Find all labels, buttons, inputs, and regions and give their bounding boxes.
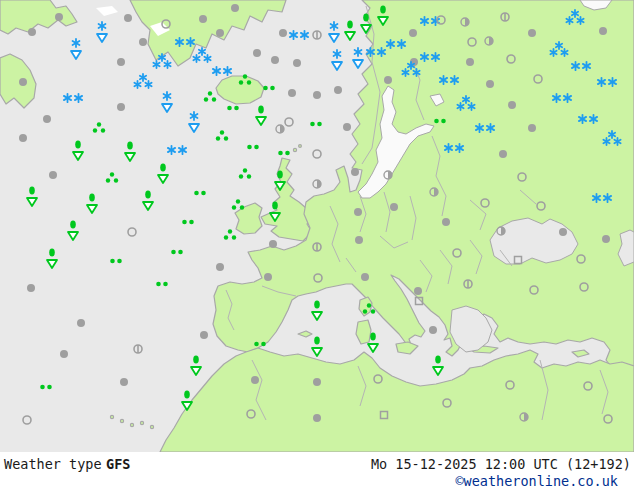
overcast-icon	[251, 376, 259, 384]
overcast-icon	[199, 15, 207, 23]
map-area	[0, 0, 634, 452]
overcast-icon	[117, 58, 125, 66]
overcast-icon	[486, 80, 494, 88]
overcast-icon	[49, 171, 57, 179]
overcast-icon	[334, 86, 342, 94]
overcast-icon	[361, 273, 369, 281]
overcast-icon	[264, 273, 272, 281]
overcast-icon	[216, 263, 224, 271]
overcast-icon	[354, 208, 362, 216]
island-dot	[299, 145, 302, 148]
valid-datetime: Mo 15-12-2025 12:00 UTC (12+192)	[371, 456, 631, 472]
overcast-icon	[355, 236, 363, 244]
overcast-icon	[19, 134, 27, 142]
overcast-icon	[120, 378, 128, 386]
map-title: Weather type	[4, 456, 102, 472]
overcast-icon	[253, 49, 261, 57]
overcast-icon	[27, 284, 35, 292]
overcast-icon	[508, 101, 516, 109]
overcast-icon	[60, 350, 68, 358]
overcast-icon	[200, 331, 208, 339]
overcast-icon	[231, 4, 239, 12]
overcast-icon	[313, 91, 321, 99]
overcast-icon	[499, 150, 507, 158]
overcast-icon	[559, 228, 567, 236]
copyright-link[interactable]: ©weatheronline.co.uk	[455, 473, 618, 489]
overcast-icon	[528, 124, 536, 132]
overcast-icon	[43, 115, 51, 123]
overcast-icon	[429, 326, 437, 334]
island-dot	[130, 423, 133, 426]
overcast-icon	[528, 29, 536, 37]
overcast-icon	[442, 218, 450, 226]
overcast-icon	[117, 103, 125, 111]
overcast-icon	[288, 89, 296, 97]
overcast-icon	[124, 14, 132, 22]
overcast-icon	[293, 59, 301, 67]
overcast-icon	[28, 28, 36, 36]
overcast-icon	[390, 203, 398, 211]
overcast-icon	[313, 378, 321, 386]
weather-map-screenshot: Weather type GFS Mo 15-12-2025 12:00 UTC…	[0, 0, 634, 490]
overcast-icon	[343, 123, 351, 131]
island-dot	[140, 421, 143, 424]
overcast-icon	[602, 235, 610, 243]
island-dot	[150, 425, 153, 428]
island-dot	[120, 419, 123, 422]
overcast-icon	[271, 56, 279, 64]
overcast-icon	[269, 240, 277, 248]
overcast-icon	[466, 58, 474, 66]
caption-bar: Weather type GFS Mo 15-12-2025 12:00 UTC…	[0, 452, 634, 490]
overcast-icon	[313, 414, 321, 422]
overcast-icon	[384, 76, 392, 84]
overcast-icon	[55, 13, 63, 21]
island-dot	[110, 415, 113, 418]
overcast-icon	[77, 319, 85, 327]
weather-map	[0, 0, 634, 452]
overcast-icon	[409, 29, 417, 37]
overcast-icon	[279, 29, 287, 37]
model-name: GFS	[106, 456, 130, 472]
overcast-icon	[216, 29, 224, 37]
island-dot	[293, 148, 296, 151]
overcast-icon	[351, 168, 359, 176]
overcast-icon	[599, 27, 607, 35]
overcast-icon	[414, 287, 422, 295]
overcast-icon	[139, 38, 147, 46]
overcast-icon	[19, 78, 27, 86]
